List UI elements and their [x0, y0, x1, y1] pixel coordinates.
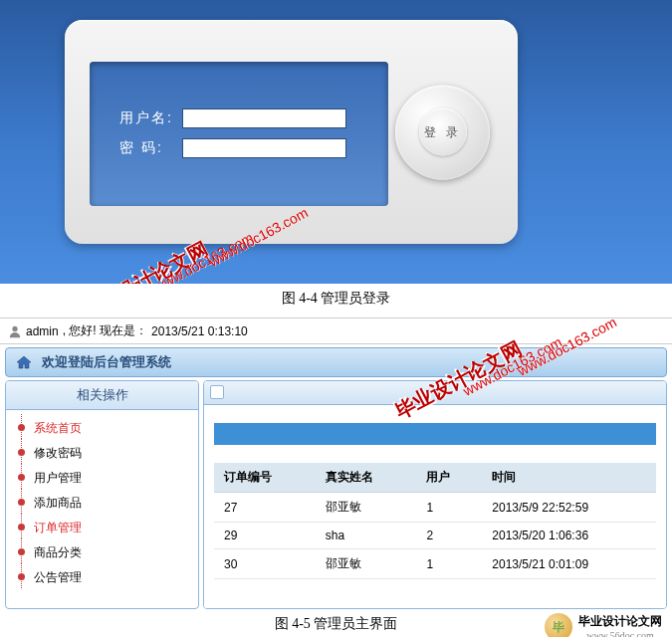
table-cell: 30: [214, 549, 316, 579]
column-header: 用户: [416, 463, 482, 493]
table-cell: 邵亚敏: [316, 549, 417, 579]
main-toolbar: [204, 381, 666, 405]
table-cell: 2: [416, 523, 482, 549]
password-label: 密 码:: [119, 139, 174, 157]
status-greeting: , 您好! 现在是：: [63, 322, 147, 339]
table-cell: 1: [416, 549, 482, 579]
user-icon: [8, 324, 22, 338]
svg-point-0: [12, 325, 17, 330]
login-button-ring: 登 录: [395, 85, 490, 179]
home-icon: [16, 355, 32, 369]
table-cell: 1: [416, 493, 482, 523]
content-header-strip: [214, 423, 656, 445]
welcome-text: 欢迎登陆后台管理系统: [42, 353, 171, 371]
status-datetime: 2013/5/21 0:13:10: [151, 324, 248, 338]
login-panel: 用户名: 密 码: 登 录 毕业设计论文网 www.doc163.com www…: [0, 0, 672, 284]
login-card: 用户名: 密 码: 登 录: [65, 20, 518, 244]
table-cell: sha: [316, 523, 417, 549]
sidebar-item[interactable]: 系统首页: [16, 416, 188, 441]
username-input[interactable]: [182, 108, 346, 128]
password-input[interactable]: [182, 138, 346, 158]
login-form: 用户名: 密 码:: [90, 62, 388, 206]
table-cell: 27: [214, 493, 316, 523]
admin-panel: admin, 您好! 现在是： 2013/5/21 0:13:10 欢迎登陆后台…: [0, 318, 672, 609]
toolbar-box-icon: [210, 385, 224, 399]
sidebar-item[interactable]: 订单管理: [16, 516, 188, 540]
footer-logo-icon: 毕: [545, 613, 572, 637]
table-row[interactable]: 27邵亚敏12013/5/9 22:52:59: [214, 493, 656, 523]
main-area: 订单编号真实姓名用户时间 27邵亚敏12013/5/9 22:52:5929sh…: [203, 380, 667, 609]
status-bar: admin, 您好! 现在是： 2013/5/21 0:13:10: [0, 318, 672, 344]
footer-text: 毕业设计论文网: [578, 613, 662, 630]
sidebar-item[interactable]: 商品分类: [16, 540, 188, 565]
column-header: 订单编号: [214, 463, 316, 493]
username-label: 用户名:: [119, 109, 174, 127]
table-cell: 邵亚敏: [316, 493, 417, 523]
table-cell: 29: [214, 523, 316, 549]
column-header: 时间: [482, 463, 656, 493]
sidebar-item[interactable]: 用户管理: [16, 466, 188, 491]
orders-table: 订单编号真实姓名用户时间 27邵亚敏12013/5/9 22:52:5929sh…: [214, 463, 656, 579]
status-user: admin: [26, 324, 59, 338]
sidebar-item[interactable]: 修改密码: [16, 441, 188, 466]
content-area: 订单编号真实姓名用户时间 27邵亚敏12013/5/9 22:52:5929sh…: [204, 405, 666, 608]
sidebar-item[interactable]: 公告管理: [16, 565, 188, 590]
table-cell: 2013/5/21 0:01:09: [482, 549, 656, 579]
figure-caption-1: 图 4-4 管理员登录: [0, 284, 672, 318]
table-cell: 2013/5/9 22:52:59: [482, 493, 656, 523]
footer-url: www.56doc.com: [578, 630, 662, 637]
sidebar-title: 相关操作: [6, 381, 198, 410]
sidebar: 相关操作 系统首页修改密码用户管理添加商品订单管理商品分类公告管理: [5, 380, 199, 609]
table-cell: 2013/5/20 1:06:36: [482, 523, 656, 549]
table-row[interactable]: 30邵亚敏12013/5/21 0:01:09: [214, 549, 656, 579]
table-row[interactable]: 29sha22013/5/20 1:06:36: [214, 523, 656, 549]
figure-caption-2-text: 图 4-5 管理员主界面: [275, 616, 398, 631]
login-button[interactable]: 登 录: [419, 108, 467, 156]
welcome-bar: 欢迎登陆后台管理系统: [5, 347, 667, 377]
footer-logo: 毕 毕业设计论文网 www.56doc.com: [545, 613, 662, 637]
sidebar-item[interactable]: 添加商品: [16, 491, 188, 516]
column-header: 真实姓名: [316, 463, 417, 493]
figure-caption-2: 图 4-5 管理员主界面 毕 毕业设计论文网 www.56doc.com: [0, 609, 672, 637]
